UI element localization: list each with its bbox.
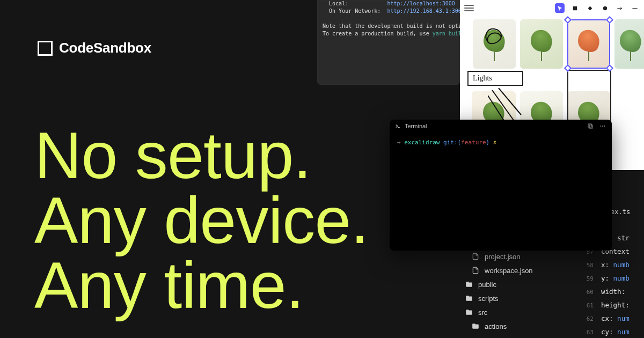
svg-point-2 (603, 6, 606, 10)
headline: No setup. Any device. Any time. (34, 123, 369, 318)
devterm-note-2b: yarn build (433, 31, 460, 36)
devterm-network-url: http://192.168.43.1:3000 (387, 8, 460, 14)
line-number: 63 (582, 329, 594, 336)
code-token: width: (601, 288, 625, 296)
file-tree-item[interactable]: src (459, 305, 574, 319)
rectangle-tool-icon[interactable] (570, 3, 580, 13)
devterm-note-2a: To create a production build, use (323, 31, 433, 36)
code-token: cx: (601, 314, 613, 322)
file-icon (472, 267, 479, 274)
canvas-tools (555, 3, 640, 13)
freehand-scribble-icon (482, 26, 506, 46)
file-icon (472, 253, 479, 260)
terminal-panel[interactable]: Terminal → excalidraw git:(feature) ✗ (390, 120, 612, 251)
devterm-local-url: http://localhost:3000 (387, 1, 455, 6)
devterm-note-1: Note that the development build is not o… (323, 23, 455, 30)
folder-icon (472, 322, 479, 330)
file-label: public (478, 281, 496, 289)
prompt-icon (395, 123, 400, 129)
code-token: cy: (601, 328, 613, 336)
brand-name: CodeSandbox (59, 40, 151, 56)
line-number: 59 (582, 275, 594, 282)
diamond-tool-icon[interactable] (585, 3, 595, 13)
code-token: numb (613, 274, 630, 282)
devterm-network-label: On Your Network: (329, 8, 380, 14)
svg-point-11 (601, 126, 602, 127)
code-line: 58x: numb (570, 261, 644, 274)
file-label: project.json (485, 253, 520, 261)
devterm-local-label: Local: (329, 1, 348, 6)
line-number: 61 (582, 302, 594, 309)
code-line: 61height: (570, 301, 644, 314)
canvas-toolbar (464, 3, 640, 13)
prompt-dir: excalidraw (404, 139, 440, 146)
editor-tab-label: ex.ts (611, 208, 630, 216)
folder-icon (465, 281, 473, 288)
file-tree-item[interactable]: workspace.json (459, 263, 574, 277)
dev-server-terminal: Local: http://localhost:3000 On Your Net… (317, 0, 460, 85)
file-label: actions (485, 322, 507, 330)
brand-logo: CodeSandbox (38, 40, 151, 56)
file-tree[interactable]: project.json workspace.json public scrip… (459, 242, 574, 333)
svg-point-12 (602, 126, 603, 127)
code-token: str (617, 234, 630, 242)
prompt-dirty-icon: ✗ (493, 139, 497, 146)
file-label: workspace.json (485, 267, 533, 275)
code-token: num (617, 314, 630, 322)
canvas-image[interactable] (520, 19, 563, 69)
file-label: src (478, 308, 487, 317)
menu-icon[interactable] (464, 5, 474, 11)
prompt-branch: feature (461, 139, 486, 146)
file-label: scripts (478, 295, 499, 303)
line-tool-icon[interactable] (630, 3, 640, 13)
code-line: 60width: (570, 288, 644, 301)
select-tool-icon[interactable] (555, 3, 565, 13)
line-number: 58 (582, 262, 594, 269)
file-tree-item[interactable]: public (459, 277, 574, 291)
code-token: num (617, 328, 630, 336)
line-number: 60 (582, 289, 594, 296)
svg-line-6 (499, 88, 521, 115)
canvas-image[interactable] (614, 19, 644, 69)
svg-line-5 (492, 90, 514, 120)
headline-line-2: Any device. (34, 188, 369, 253)
more-icon[interactable] (599, 123, 606, 129)
svg-point-13 (604, 126, 605, 127)
canvas-text-label[interactable]: Lights (467, 71, 523, 86)
terminal-body[interactable]: → excalidraw git:(feature) ✗ (390, 133, 612, 152)
code-line: 63cy: num (570, 328, 644, 338)
headline-line-3: Any time. (34, 253, 369, 318)
arrow-tool-icon[interactable] (615, 3, 625, 13)
file-tree-item[interactable]: scripts (459, 291, 574, 305)
terminal-titlebar: Terminal (390, 120, 612, 133)
folder-icon (465, 295, 473, 302)
code-token: x: (601, 261, 609, 269)
logo-mark-icon (38, 41, 53, 56)
resize-handle-icon[interactable] (564, 16, 572, 24)
svg-rect-1 (588, 6, 592, 10)
file-tree-item[interactable]: actions (459, 319, 574, 333)
svg-rect-10 (589, 125, 592, 128)
resize-handle-icon[interactable] (606, 16, 613, 24)
code-line: 62cx: num (570, 314, 644, 328)
prompt-arrow: → (397, 139, 401, 146)
ellipse-tool-icon[interactable] (600, 3, 610, 13)
code-token: y: (601, 274, 609, 282)
prompt-git-open: git:( (443, 139, 461, 146)
headline-line-1: No setup. (34, 123, 369, 188)
line-number: 62 (582, 315, 594, 322)
svg-rect-9 (588, 124, 591, 127)
svg-rect-0 (573, 6, 576, 10)
code-token: numb (613, 261, 630, 269)
new-window-icon[interactable] (587, 123, 594, 129)
terminal-tab[interactable]: Terminal (395, 123, 427, 129)
selection-box[interactable] (567, 19, 610, 69)
file-tree-item[interactable]: project.json (459, 249, 574, 263)
code-line: 59y: numb (570, 274, 644, 288)
prompt-git-close: ) (486, 139, 490, 146)
code-token: height: (601, 301, 630, 309)
folder-icon (465, 308, 473, 316)
terminal-tab-label: Terminal (405, 123, 427, 129)
